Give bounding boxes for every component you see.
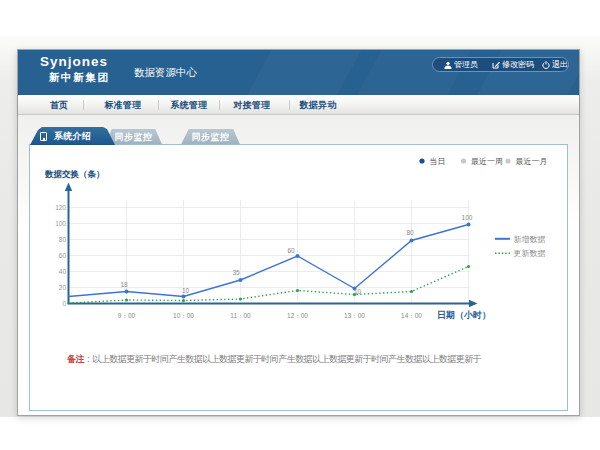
svg-text:13：00: 13：00 bbox=[344, 312, 365, 319]
svg-text:10：00: 10：00 bbox=[173, 312, 194, 319]
svg-text:当日: 当日 bbox=[430, 157, 446, 166]
svg-text:更新数据: 更新数据 bbox=[514, 249, 546, 258]
svg-text:80: 80 bbox=[406, 229, 414, 236]
svg-text:9：00: 9：00 bbox=[118, 312, 136, 319]
svg-text:35: 35 bbox=[232, 269, 240, 276]
svg-text:60: 60 bbox=[287, 247, 295, 254]
svg-text:12：00: 12：00 bbox=[287, 312, 308, 319]
svg-text:100: 100 bbox=[55, 220, 66, 227]
svg-text:0: 0 bbox=[62, 300, 66, 307]
svg-text:日期（小时）: 日期（小时） bbox=[437, 310, 491, 320]
svg-text:18: 18 bbox=[120, 281, 128, 288]
svg-text:40: 40 bbox=[59, 268, 67, 275]
svg-text:11：00: 11：00 bbox=[230, 312, 251, 319]
svg-text:10: 10 bbox=[182, 287, 190, 294]
svg-text:新增数据: 新增数据 bbox=[514, 235, 546, 244]
svg-text:80: 80 bbox=[59, 236, 67, 243]
svg-text:最近一月: 最近一月 bbox=[516, 157, 548, 166]
svg-text:最近一周: 最近一周 bbox=[471, 157, 503, 166]
svg-text:60: 60 bbox=[59, 252, 67, 259]
svg-text:10: 10 bbox=[354, 288, 362, 295]
svg-text:20: 20 bbox=[59, 284, 67, 291]
svg-text:数据交换（条）: 数据交换（条） bbox=[44, 169, 105, 179]
svg-text:100: 100 bbox=[462, 214, 473, 221]
svg-text:14：00: 14：00 bbox=[401, 312, 422, 319]
svg-text:120: 120 bbox=[55, 204, 66, 211]
